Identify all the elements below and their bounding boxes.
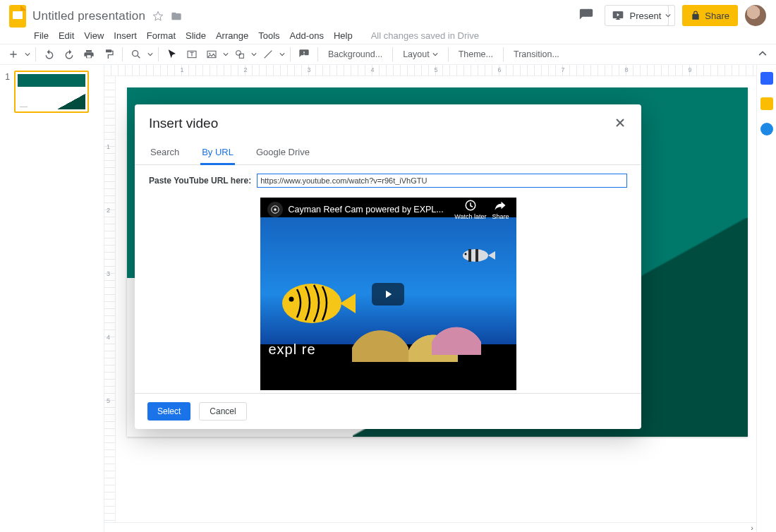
share-video-button[interactable]: Share bbox=[492, 199, 509, 220]
slide-filmstrip[interactable]: 1 ____ bbox=[0, 65, 104, 532]
svg-point-5 bbox=[209, 53, 210, 54]
tab-search[interactable]: Search bbox=[149, 141, 181, 164]
image-dropdown[interactable] bbox=[222, 52, 229, 57]
shape-dropdown[interactable] bbox=[250, 52, 257, 57]
save-status: All changes saved in Drive bbox=[371, 30, 479, 41]
close-dialog-button[interactable] bbox=[613, 116, 627, 130]
redo-button[interactable] bbox=[60, 45, 78, 64]
menu-addons[interactable]: Add-ons bbox=[290, 30, 324, 41]
tab-by-url[interactable]: By URL bbox=[200, 141, 235, 164]
video-title: Cayman Reef Cam powered by EXPL... bbox=[289, 205, 449, 214]
textbox-tool[interactable] bbox=[183, 45, 201, 64]
svg-point-2 bbox=[133, 51, 138, 56]
explore-watermark: expl re bbox=[269, 341, 316, 358]
toolbar: Background... Layout Theme... Transition… bbox=[0, 44, 776, 65]
new-slide-button[interactable] bbox=[4, 45, 23, 64]
svg-rect-12 bbox=[475, 249, 478, 262]
share-button[interactable]: Share bbox=[682, 5, 738, 26]
dialog-tabs: Search By URL Google Drive bbox=[135, 135, 641, 165]
comment-tool[interactable] bbox=[295, 45, 313, 64]
transition-button[interactable]: Transition... bbox=[508, 45, 565, 64]
menu-insert[interactable]: Insert bbox=[114, 30, 137, 41]
url-field-label: Paste YouTube URL here: bbox=[149, 176, 251, 186]
theme-button[interactable]: Theme... bbox=[453, 45, 499, 64]
menu-format[interactable]: Format bbox=[147, 30, 176, 41]
explore-caret-icon[interactable]: › bbox=[751, 524, 753, 532]
reef-decoration bbox=[352, 313, 408, 362]
comments-button[interactable] bbox=[575, 4, 598, 27]
slide-thumbnail-1[interactable]: ____ bbox=[14, 71, 89, 113]
play-button[interactable] bbox=[372, 283, 404, 306]
insert-video-dialog: Insert video Search By URL Google Drive … bbox=[135, 104, 641, 429]
undo-button[interactable] bbox=[40, 45, 59, 64]
menu-help[interactable]: Help bbox=[334, 30, 353, 41]
keep-addon-icon[interactable] bbox=[760, 97, 773, 110]
select-button[interactable]: Select bbox=[147, 402, 190, 421]
slides-app-icon[interactable] bbox=[8, 4, 27, 29]
paint-format-button[interactable] bbox=[99, 45, 118, 64]
svg-rect-1 bbox=[13, 11, 23, 19]
collapse-toolbar-button[interactable] bbox=[753, 45, 772, 64]
tab-google-drive[interactable]: Google Drive bbox=[255, 141, 311, 164]
image-tool[interactable] bbox=[202, 45, 221, 64]
app-header: Untitled presentation Present Share bbox=[0, 0, 776, 28]
shape-tool[interactable] bbox=[231, 45, 249, 64]
line-dropdown[interactable] bbox=[279, 52, 286, 57]
present-button[interactable]: Present bbox=[605, 5, 669, 26]
account-avatar[interactable] bbox=[745, 5, 766, 26]
fish-icon bbox=[460, 247, 495, 264]
dialog-title: Insert video bbox=[149, 116, 218, 131]
menu-tools[interactable]: Tools bbox=[258, 30, 279, 41]
background-button[interactable]: Background... bbox=[322, 45, 388, 64]
print-button[interactable] bbox=[80, 45, 98, 64]
menu-slide[interactable]: Slide bbox=[186, 30, 206, 41]
fish-icon bbox=[273, 275, 358, 332]
present-label: Present bbox=[629, 11, 661, 21]
tasks-addon-icon[interactable] bbox=[760, 123, 773, 135]
slide-number: 1 bbox=[4, 71, 10, 82]
horizontal-ruler: 1 2 3 4 5 6 7 8 9 bbox=[104, 65, 756, 76]
move-folder-icon[interactable] bbox=[171, 11, 182, 22]
menu-file[interactable]: File bbox=[34, 30, 49, 41]
select-tool[interactable] bbox=[163, 45, 181, 64]
menu-arrange[interactable]: Arrange bbox=[216, 30, 248, 41]
svg-rect-11 bbox=[468, 249, 471, 262]
cancel-button[interactable]: Cancel bbox=[199, 402, 246, 421]
present-dropdown[interactable] bbox=[661, 5, 675, 26]
watch-later-button[interactable]: Watch later bbox=[454, 199, 486, 220]
zoom-dropdown[interactable] bbox=[147, 52, 154, 57]
menu-bar: File Edit View Insert Format Slide Arran… bbox=[0, 28, 776, 44]
vertical-ruler: 1 2 3 4 5 bbox=[104, 76, 116, 532]
menu-edit[interactable]: Edit bbox=[59, 30, 74, 41]
line-tool[interactable] bbox=[259, 45, 277, 64]
zoom-button[interactable] bbox=[127, 45, 145, 64]
reef-decoration bbox=[432, 316, 481, 355]
svg-point-13 bbox=[464, 253, 466, 255]
svg-point-9 bbox=[289, 297, 293, 302]
svg-point-15 bbox=[274, 208, 277, 211]
layout-button[interactable]: Layout bbox=[397, 45, 444, 64]
share-label: Share bbox=[705, 11, 729, 21]
channel-avatar-icon bbox=[267, 202, 283, 217]
star-icon[interactable] bbox=[152, 11, 164, 22]
side-panel bbox=[756, 65, 776, 532]
new-slide-dropdown[interactable] bbox=[24, 52, 31, 57]
document-title[interactable]: Untitled presentation bbox=[32, 9, 145, 23]
svg-point-6 bbox=[236, 51, 241, 56]
video-preview[interactable]: Cayman Reef Cam powered by EXPL... Watch… bbox=[260, 198, 516, 390]
calendar-addon-icon[interactable] bbox=[760, 72, 773, 85]
menu-view[interactable]: View bbox=[84, 30, 104, 41]
speaker-notes-collapsed[interactable]: › bbox=[104, 522, 756, 532]
youtube-url-input[interactable] bbox=[257, 174, 627, 188]
